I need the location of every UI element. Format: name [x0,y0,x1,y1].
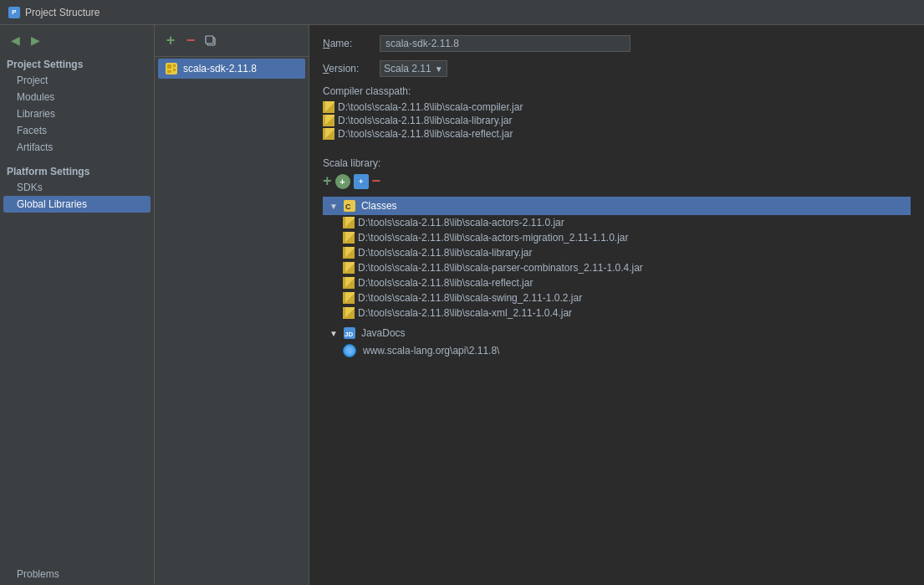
javadocs-collapse-icon: ▼ [329,329,338,338]
add-sdk-button[interactable]: + [161,32,180,50]
svg-rect-6 [167,70,171,73]
svg-text:JD: JD [345,331,353,338]
classes-node-label: Classes [361,200,397,212]
lib-add-jar2-button[interactable]: + [354,174,369,189]
class-item-4: D:\tools\scala-2.11.8\lib\scala-reflect.… [343,275,911,290]
classpath-item-2: D:\tools\scala-2.11.8\lib\scala-reflect.… [323,127,911,141]
compiler-classpath-label: Compiler classpath: [323,85,911,97]
lib-remove-button[interactable]: − [372,172,381,190]
class-jar-icon-4 [343,277,355,289]
classes-children: D:\tools\scala-2.11.8\lib\scala-actors-2… [323,215,911,321]
class-item-5: D:\tools\scala-2.11.8\lib\scala-swing_2.… [343,290,911,305]
sidebar-item-modules[interactable]: Modules [0,89,154,105]
sidebar-item-artifacts[interactable]: Artifacts [0,139,154,156]
class-item-3: D:\tools\scala-2.11.8\lib\scala-parser-c… [343,260,911,275]
nav-forward-button[interactable]: ▶ [27,32,43,49]
classpath-item-1: D:\tools\scala-2.11.8\lib\scala-library.… [323,114,911,127]
sdk-item-icon [165,62,178,75]
javadocs-children: www.scala-lang.org\api\2.11.8\ [323,342,911,359]
javadoc-item-0: www.scala-lang.org\api\2.11.8\ [343,342,911,359]
title-text: Project Structure [25,7,100,18]
sdk-item-name: scala-sdk-2.11.8 [183,63,257,74]
detail-content: Name: Version: Scala 2.11 ▼ Compiler cla… [309,25,924,585]
class-item-1: D:\tools\scala-2.11.8\lib\scala-actors-m… [343,230,911,245]
name-field-row: Name: [323,35,911,52]
javadocs-node-header[interactable]: ▼ JD JavaDocs [323,324,911,342]
sdk-item[interactable]: scala-sdk-2.11.8 [158,59,305,79]
library-tree: ▼ C Classes D:\tools\scala-2.11.8\lib\sc… [323,197,911,359]
classes-collapse-icon: ▼ [329,202,338,211]
svg-rect-5 [173,69,176,71]
version-dropdown-icon: ▼ [435,64,443,74]
class-jar-icon-6 [343,307,355,319]
sidebar-nav: ◀ ▶ [0,28,154,55]
sidebar-item-global-libraries[interactable]: Global Libraries [3,196,151,213]
scala-library-label: Scala library: [323,157,911,169]
version-value: Scala 2.11 [384,63,431,74]
scala-library-section: Scala library: + + + − ▼ C [323,157,911,359]
detail-panel: Name: Version: Scala 2.11 ▼ Compiler cla… [309,25,924,585]
svg-rect-3 [167,64,171,69]
lib-add-jar-button[interactable]: + [335,174,350,189]
platform-settings-label: Platform Settings [0,162,154,179]
jar-icon-1 [323,115,334,126]
library-toolbar: + + + − [323,172,911,190]
name-label: Name: [323,38,373,49]
class-jar-icon-2 [343,247,355,259]
sidebar: ◀ ▶ Project Settings Project Modules Lib… [0,25,155,585]
remove-sdk-button[interactable]: − [181,32,200,50]
class-jar-icon-3 [343,262,355,274]
main-layout: ◀ ▶ Project Settings Project Modules Lib… [0,25,924,585]
sidebar-item-project[interactable]: Project [0,72,154,89]
class-jar-icon-1 [343,232,355,244]
javadocs-section: ▼ JD JavaDocs www.scala-lang.org\api\2.1… [323,324,911,359]
class-item-6: D:\tools\scala-2.11.8\lib\scala-xml_2.11… [343,305,911,321]
classpath-item-0: D:\tools\scala-2.11.8\lib\scala-compiler… [323,100,911,114]
class-item-0: D:\tools\scala-2.11.8\lib\scala-actors-2… [343,215,911,230]
version-label: Version: [323,63,373,74]
sidebar-item-facets[interactable]: Facets [0,122,154,139]
jar-icon-0 [323,101,334,113]
nav-back-button[interactable]: ◀ [7,32,23,49]
classes-node-icon: C [343,199,356,213]
web-icon-0 [343,344,356,357]
sidebar-item-problems[interactable]: Problems [0,563,154,585]
jar-icon-2 [323,128,334,140]
svg-rect-4 [173,64,176,67]
sidebar-divider [0,156,154,162]
version-select[interactable]: Scala 2.11 ▼ [380,60,447,77]
sidebar-item-libraries[interactable]: Libraries [0,105,154,122]
version-field-row: Version: Scala 2.11 ▼ [323,60,911,77]
javadocs-node-label: JavaDocs [361,327,406,339]
title-bar: P Project Structure [0,0,924,25]
class-jar-icon-0 [343,217,355,228]
class-jar-icon-5 [343,292,355,304]
sidebar-item-sdks[interactable]: SDKs [0,179,154,196]
classes-node-header[interactable]: ▼ C Classes [323,197,911,215]
svg-text:C: C [345,203,351,211]
svg-rect-1 [206,36,213,44]
sdk-toolbar: + − [155,25,309,57]
class-item-2: D:\tools\scala-2.11.8\lib\scala-library.… [343,245,911,260]
sdk-list-panel: + − scala-sdk-2.11.8 [155,25,309,585]
project-settings-label: Project Settings [0,55,154,72]
javadocs-node-icon: JD [343,326,356,340]
copy-sdk-button[interactable] [202,32,220,50]
app-icon: P [8,7,20,18]
lib-add-button[interactable]: + [323,172,332,190]
name-input[interactable] [380,35,630,52]
compiler-classpath-section: Compiler classpath: D:\tools\scala-2.11.… [323,85,911,141]
